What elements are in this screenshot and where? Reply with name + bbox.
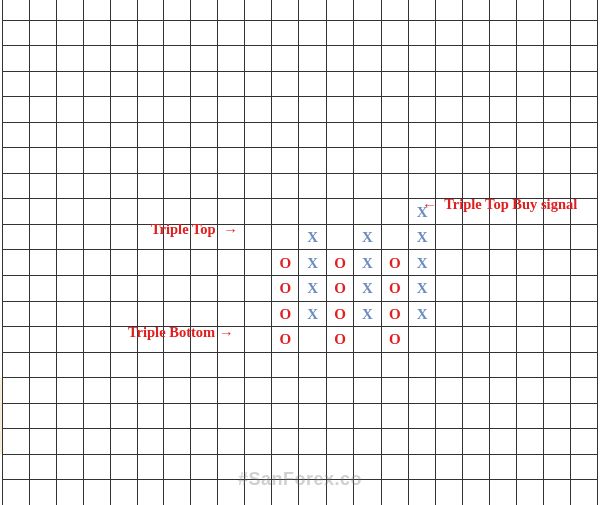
x-mark: X (362, 280, 373, 296)
o-mark: O (389, 255, 401, 271)
arrow-right-icon: → (219, 223, 238, 238)
o-mark: O (279, 255, 291, 271)
o-mark: O (279, 280, 291, 296)
x-mark: X (362, 255, 373, 271)
o-mark: O (389, 331, 401, 347)
o-mark: O (334, 280, 346, 296)
o-mark: O (389, 280, 401, 296)
x-mark: X (417, 306, 428, 322)
o-mark: O (279, 331, 291, 347)
x-mark: X (417, 229, 428, 245)
arrow-right-icon: → (219, 326, 234, 341)
o-mark: O (334, 255, 346, 271)
x-mark: X (362, 229, 373, 245)
o-mark: O (279, 306, 291, 322)
watermark-text: #SanForex.co (0, 469, 600, 490)
x-mark: X (307, 280, 318, 296)
label-text: Triple Top (151, 221, 216, 237)
arrow-left-icon: ← (422, 198, 441, 213)
x-mark: X (307, 255, 318, 271)
x-mark: X (307, 229, 318, 245)
x-mark: X (307, 306, 318, 322)
point-figure-grid: XXXXOXOXOXOXOXOXOXOXOXOOO (2, 0, 598, 505)
x-mark: X (417, 255, 428, 271)
label-triple-bottom: Triple Bottom → (128, 325, 234, 341)
x-mark: X (362, 306, 373, 322)
o-mark: O (334, 306, 346, 322)
label-text: Triple Bottom (128, 324, 215, 340)
o-mark: O (389, 306, 401, 322)
label-triple-top: Triple Top → (151, 222, 238, 238)
o-mark: O (334, 331, 346, 347)
label-text: Triple Top Buy signal (444, 196, 577, 212)
x-mark: X (417, 280, 428, 296)
label-triple-top-buy-signal: ← Triple Top Buy signal (422, 197, 577, 213)
